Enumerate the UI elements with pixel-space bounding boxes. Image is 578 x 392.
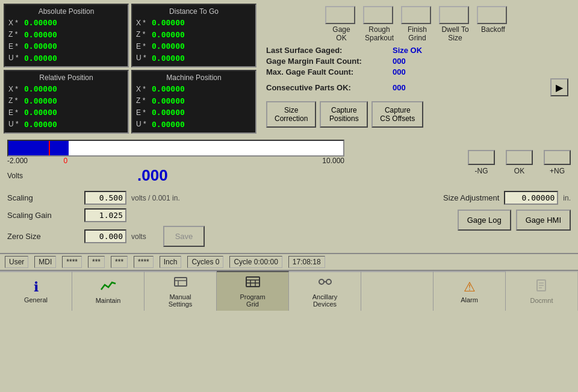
- size-adj-label: Size Adjustment: [443, 193, 499, 202]
- pos-label-x-dtg: X *: [136, 17, 149, 28]
- dwell-to-size-button[interactable]: [439, 6, 469, 24]
- cycle-group-gage-ok: GageOK: [325, 6, 358, 42]
- nav-btn-general[interactable]: ℹ General: [0, 271, 72, 311]
- nav-label-alarm: Alarm: [461, 296, 478, 303]
- nav-btn-alarm[interactable]: ⚠ Alarm: [434, 271, 506, 311]
- nav-label-manual-settings: ManualSettings: [169, 293, 193, 308]
- zero-size-label: Zero Size: [7, 232, 79, 241]
- nav-label-program-grid: ProgramGrid: [240, 293, 265, 308]
- gage-current-value: .000: [137, 166, 168, 185]
- pos-ng-button[interactable]: [544, 150, 571, 165]
- status-field3: ***: [111, 256, 128, 268]
- pos-label-u-rel: U *: [8, 119, 22, 129]
- dwell-to-size-label: Dwell ToSize: [439, 25, 472, 42]
- arrow-right-button[interactable]: ▶: [550, 78, 568, 96]
- last-surface-label: Last Surface Gaged:: [266, 46, 393, 55]
- scaling-row: Scaling volts / 0.001 in.: [7, 191, 437, 205]
- gage-ok-button[interactable]: [325, 6, 355, 24]
- neg-ng-label: -NG: [468, 167, 495, 175]
- nav-btn-ancillary-devices[interactable]: AncillaryDevices: [289, 271, 361, 311]
- scaling-gain-row: Scaling Gain: [7, 208, 437, 222]
- cycle-group-rough: RoughSparkout: [363, 6, 396, 42]
- gage-log-button[interactable]: Gage Log: [458, 210, 511, 231]
- svg-rect-3: [246, 277, 259, 287]
- gage-bar-container: [7, 140, 344, 157]
- gage-bar-section: -2.000 0 10.000 Volts .000 -NG: [0, 136, 578, 188]
- scaling-gain-input[interactable]: [84, 208, 126, 222]
- status-bar: User MDI **** *** *** **** Inch Cycles 0…: [0, 253, 578, 270]
- gage-scale-min: -2.000: [7, 157, 28, 165]
- docmnt-icon: [535, 279, 549, 296]
- nav-btn-docmnt[interactable]: Docmnt: [506, 271, 578, 311]
- margin-fault-label: Gage Margin Fault Count:: [266, 57, 393, 66]
- pos-label-e-mach: E *: [136, 107, 149, 118]
- nav-btn-maintain[interactable]: Maintain: [72, 271, 144, 311]
- pos-label-x-rel: X *: [8, 84, 22, 95]
- nav-label-docmnt: Docmnt: [530, 297, 553, 304]
- pos-value-e-mach: 0.00000: [152, 107, 185, 119]
- nav-label-general: General: [24, 296, 48, 303]
- pos-value-z-rel: 0.00000: [24, 95, 57, 107]
- svg-rect-0: [175, 278, 187, 286]
- gage-panel: GageOK RoughSparkout FinishGrind Dwell T…: [260, 4, 574, 134]
- machine-position-title: Machine Position: [136, 73, 252, 82]
- pos-label-x-mach: X *: [136, 84, 149, 95]
- margin-fault-row: Gage Margin Fault Count: 000: [266, 57, 568, 66]
- size-correction-button[interactable]: Size Correction: [266, 101, 316, 128]
- manual-settings-icon: [172, 275, 189, 292]
- gage-hmi-button[interactable]: Gage HMI: [516, 210, 571, 231]
- machine-position-panel: Machine Position X * 0.00000 Z * 0.00000…: [131, 70, 256, 134]
- pos-label-u-mach: U *: [136, 119, 149, 129]
- pos-ng-group: +NG: [544, 150, 571, 175]
- status-clock: 17:08:18: [288, 256, 325, 268]
- status-field4: ****: [134, 256, 154, 268]
- pos-label-z-mach: Z *: [136, 95, 149, 106]
- nav-btn-empty: [361, 271, 434, 311]
- rough-sparkout-button[interactable]: [363, 6, 393, 24]
- ok-button[interactable]: [506, 150, 533, 165]
- pos-value-e-abs: 0.00000: [24, 40, 57, 52]
- nav-btn-manual-settings[interactable]: ManualSettings: [144, 271, 217, 311]
- pos-value-x-rel: 0.00000: [24, 83, 57, 95]
- pos-row-x-mach: X * 0.00000: [136, 83, 252, 95]
- consecutive-value: 000: [393, 83, 406, 92]
- zero-size-unit: volts: [131, 232, 146, 241]
- gage-action-buttons: Gage Log Gage HMI: [458, 210, 571, 231]
- neg-ng-button[interactable]: [468, 150, 495, 165]
- pos-row-u-mach: U * 0.00000: [136, 119, 252, 131]
- pos-row-u-dtg: U * 0.00000: [136, 52, 252, 64]
- capture-cs-offsets-button[interactable]: Capture CS Offsets: [371, 101, 423, 128]
- pos-row-e-dtg: E * 0.00000: [136, 40, 252, 52]
- pos-value-x-dtg: 0.00000: [152, 17, 185, 29]
- svg-point-9: [326, 279, 331, 284]
- save-button[interactable]: Save: [163, 226, 205, 247]
- info-icon: ℹ: [34, 279, 39, 295]
- gage-ok-label: GageOK: [325, 25, 358, 42]
- size-adj-input[interactable]: [504, 191, 558, 205]
- backoff-label: Backoff: [477, 25, 510, 34]
- finish-grind-label: FinishGrind: [401, 25, 434, 42]
- volts-label: Volts: [7, 172, 23, 180]
- pos-value-e-dtg: 0.00000: [152, 40, 185, 52]
- nav-btn-program-grid[interactable]: ProgramGrid: [217, 271, 289, 311]
- size-adjustment-row: Size Adjustment in.: [443, 191, 571, 205]
- status-field2: ***: [88, 256, 105, 268]
- nav-label-ancillary-devices: AncillaryDevices: [312, 293, 338, 308]
- pos-label-e-abs: E *: [8, 41, 22, 52]
- position-panels: Absolute Position X * 0.00000 Z * 0.0000…: [4, 4, 256, 134]
- scaling-input[interactable]: [84, 191, 126, 205]
- alarm-icon: ⚠: [464, 279, 476, 295]
- gage-bar-fill: [8, 141, 69, 155]
- gage-scale-zero: 0: [64, 157, 68, 165]
- absolute-position-panel: Absolute Position X * 0.00000 Z * 0.0000…: [4, 4, 129, 67]
- pos-label-u-abs: U *: [8, 52, 22, 63]
- capture-positions-button[interactable]: Capture Positions: [320, 101, 368, 128]
- zero-size-input[interactable]: [84, 229, 126, 243]
- pos-row-x-rel: X * 0.00000: [8, 83, 124, 95]
- backoff-button[interactable]: [477, 6, 507, 24]
- finish-grind-button[interactable]: [401, 6, 431, 24]
- pos-value-u-dtg: 0.00000: [152, 52, 185, 64]
- pos-row-z-mach: Z * 0.00000: [136, 95, 252, 107]
- pos-value-u-rel: 0.00000: [24, 119, 57, 131]
- max-fault-row: Max. Gage Fault Count: 000: [266, 67, 568, 76]
